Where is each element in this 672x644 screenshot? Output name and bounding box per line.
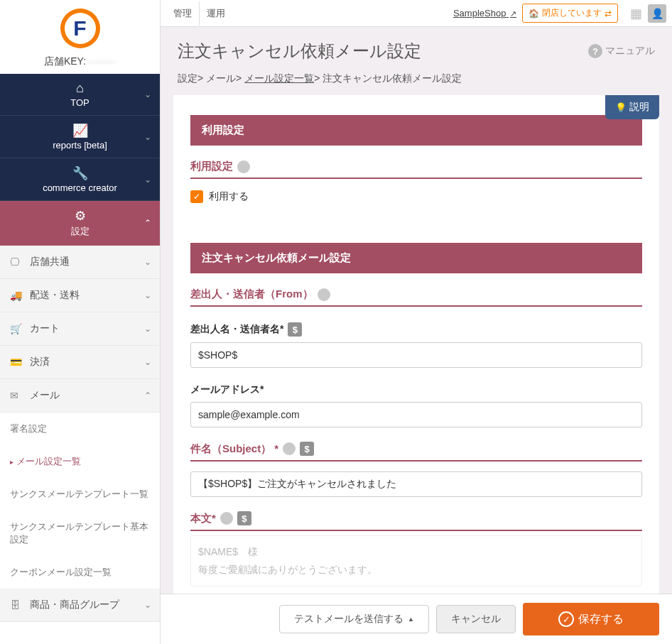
field-header-label: 本文* bbox=[190, 512, 216, 525]
section-mail-settings: 注文キャンセル依頼メール設定 bbox=[190, 243, 642, 273]
tab-admin[interactable]: 管理 bbox=[166, 1, 200, 26]
page-title: 注文キャンセル依頼メール設定 bbox=[178, 40, 588, 62]
monitor-icon: 🖵 bbox=[10, 256, 24, 268]
subnav-label: 配送・送料 bbox=[30, 289, 80, 302]
help-dot-icon[interactable] bbox=[237, 160, 250, 173]
check-circle-icon: ✓ bbox=[558, 611, 574, 627]
cancel-button[interactable]: キャンセル bbox=[436, 605, 516, 633]
help-dot-icon[interactable] bbox=[220, 512, 233, 525]
chart-icon: 📈 bbox=[72, 123, 88, 138]
subnav-shipping[interactable]: 🚚 配送・送料 ⌄ bbox=[0, 279, 160, 312]
subsub-thanks-template-list[interactable]: サンクスメールテンプレート一覧 bbox=[0, 478, 160, 511]
box-icon: 🗄 bbox=[10, 599, 24, 611]
field-header-label: 件名（Subject） * bbox=[190, 442, 278, 456]
user-icon[interactable]: 👤 bbox=[648, 4, 666, 23]
chevron-down-icon: ⌄ bbox=[144, 257, 151, 267]
email-input[interactable] bbox=[190, 402, 642, 427]
bulb-icon: 💡 bbox=[615, 102, 627, 113]
subject-input[interactable] bbox=[190, 471, 642, 497]
subject-header: 件名（Subject） * $ bbox=[190, 427, 642, 462]
save-button[interactable]: ✓ 保存する bbox=[523, 603, 659, 635]
nav-label: commerce creator bbox=[43, 182, 117, 193]
subnav-payment[interactable]: 💳 決済 ⌄ bbox=[0, 346, 160, 379]
subnav-shop-common[interactable]: 🖵 店舗共通 ⌄ bbox=[0, 246, 160, 279]
from-name-label: 差出人名・送信者名 $ bbox=[190, 307, 642, 342]
gear-icon: ⚙ bbox=[75, 208, 86, 224]
logo: F bbox=[60, 9, 100, 48]
store-icon: 🏠 bbox=[529, 9, 539, 18]
email-label: メールアドレス bbox=[190, 368, 642, 402]
explain-button[interactable]: 💡 説明 bbox=[605, 95, 659, 119]
help-dot-icon[interactable] bbox=[283, 442, 296, 455]
subnav-products[interactable]: 🗄 商品・商品グループ ⌄ bbox=[0, 589, 160, 622]
card-icon: 💳 bbox=[10, 356, 24, 368]
subnav-label: カート bbox=[30, 322, 60, 335]
subnav-label: 決済 bbox=[30, 356, 50, 369]
variable-tag-icon[interactable]: $ bbox=[300, 442, 314, 456]
settings-card: 利用設定 利用設定 ✓ 利用する 注文キャンセル依頼メール設定 差出人・送信者（… bbox=[173, 95, 659, 644]
subsub-signature[interactable]: 署名設定 bbox=[0, 413, 160, 445]
variable-tag-icon[interactable]: $ bbox=[288, 322, 302, 337]
page-header: 注文キャンセル依頼メール設定 ? マニュアル bbox=[161, 27, 672, 68]
subsub-thanks-template-basic[interactable]: サンクスメールテンプレート基本設定 bbox=[0, 511, 160, 556]
button-label: 保存する bbox=[578, 612, 624, 627]
from-name-input[interactable] bbox=[190, 342, 642, 368]
nav-reports[interactable]: 📈 reports [beta] ⌄ bbox=[0, 116, 160, 158]
label-text: メールアドレス bbox=[190, 383, 264, 396]
breadcrumb-link[interactable]: メール設定一覧 bbox=[244, 72, 314, 84]
nav-label: TOP bbox=[70, 97, 90, 108]
help-dot-icon[interactable] bbox=[318, 288, 330, 301]
nav-label: 設定 bbox=[71, 225, 90, 238]
test-mail-button[interactable]: テストメールを送信する ▲ bbox=[279, 605, 429, 633]
explain-label: 説明 bbox=[629, 101, 649, 114]
subsub-mail-list[interactable]: メール設定一覧 bbox=[0, 445, 160, 478]
topbar: 管理 運用 SampleShop ↗ 🏠 閉店しています ⇄ ▦ 👤 bbox=[161, 0, 672, 27]
manual-link[interactable]: ? マニュアル bbox=[588, 44, 655, 58]
section-usage: 利用設定 bbox=[190, 115, 642, 146]
usage-checkbox-row[interactable]: ✓ 利用する bbox=[190, 179, 642, 214]
body-line: $NAME$ 様 bbox=[198, 543, 634, 561]
shop-key: 店舗KEY:——— bbox=[0, 55, 160, 68]
field-header-label: 差出人・送信者（From） bbox=[190, 288, 313, 301]
checkbox-checked-icon[interactable]: ✓ bbox=[190, 190, 203, 203]
truck-icon: 🚚 bbox=[10, 290, 24, 301]
tab-operation[interactable]: 運用 bbox=[200, 1, 232, 26]
shop-status-button[interactable]: 🏠 閉店しています ⇄ bbox=[522, 4, 618, 23]
apps-icon[interactable]: ▦ bbox=[627, 4, 645, 23]
wrench-icon: 🔧 bbox=[72, 165, 88, 181]
subnav-label: メール bbox=[30, 389, 60, 402]
nav-top[interactable]: ⌂ TOP ⌄ bbox=[0, 74, 160, 116]
subnav-label: 店舗共通 bbox=[30, 256, 70, 268]
chevron-down-icon: ⌄ bbox=[144, 600, 151, 610]
label-text: 差出人名・送信者名 bbox=[190, 323, 283, 336]
chevron-down-icon: ⌄ bbox=[144, 89, 151, 99]
variable-tag-icon[interactable]: $ bbox=[237, 511, 251, 525]
shop-key-value: ——— bbox=[86, 55, 116, 67]
sidebar: F 店舗KEY:——— ⌂ TOP ⌄ 📈 reports [beta] ⌄ 🔧… bbox=[0, 0, 161, 644]
chevron-down-icon: ⌄ bbox=[144, 290, 151, 300]
breadcrumb-item: メール bbox=[206, 72, 236, 84]
subnav-cart[interactable]: 🛒 カート ⌄ bbox=[0, 312, 160, 346]
subnav-mail[interactable]: ✉ メール ⌃ bbox=[0, 379, 160, 413]
chevron-down-icon: ⌄ bbox=[144, 132, 151, 142]
chevron-down-icon: ⌄ bbox=[144, 357, 151, 367]
nav-commerce-creator[interactable]: 🔧 commerce creator ⌄ bbox=[0, 158, 160, 201]
subnav-label: 商品・商品グループ bbox=[30, 599, 119, 611]
body-line: 毎度ご愛顧誠にありがとうございます。 bbox=[198, 561, 634, 579]
main: 管理 運用 SampleShop ↗ 🏠 閉店しています ⇄ ▦ 👤 注文キャン… bbox=[161, 0, 672, 644]
nav-settings[interactable]: ⚙ 設定 ⌃ bbox=[0, 201, 160, 246]
caret-up-icon: ▲ bbox=[408, 616, 414, 623]
button-label: テストメールを送信する bbox=[294, 613, 403, 626]
checkbox-label: 利用する bbox=[209, 190, 249, 203]
chevron-down-icon: ⌄ bbox=[144, 175, 151, 185]
body-textarea[interactable]: $NAME$ 様 毎度ご愛顧誠にありがとうございます。 bbox=[190, 535, 642, 586]
subsub-coupon-mail[interactable]: クーポンメール設定一覧 bbox=[0, 556, 160, 589]
breadcrumb-item: 注文キャンセル依頼メール設定 bbox=[323, 72, 462, 84]
sidebar-header: F 店舗KEY:——— bbox=[0, 0, 160, 74]
shop-key-label: 店舗KEY: bbox=[44, 55, 86, 67]
breadcrumb-item: 設定 bbox=[178, 72, 197, 84]
shop-link[interactable]: SampleShop ↗ bbox=[453, 8, 516, 18]
cart-icon: 🛒 bbox=[10, 323, 24, 334]
breadcrumb: 設定> メール> メール設定一覧> 注文キャンセル依頼メール設定 bbox=[161, 68, 672, 95]
shop-status-label: 閉店しています bbox=[542, 7, 602, 19]
